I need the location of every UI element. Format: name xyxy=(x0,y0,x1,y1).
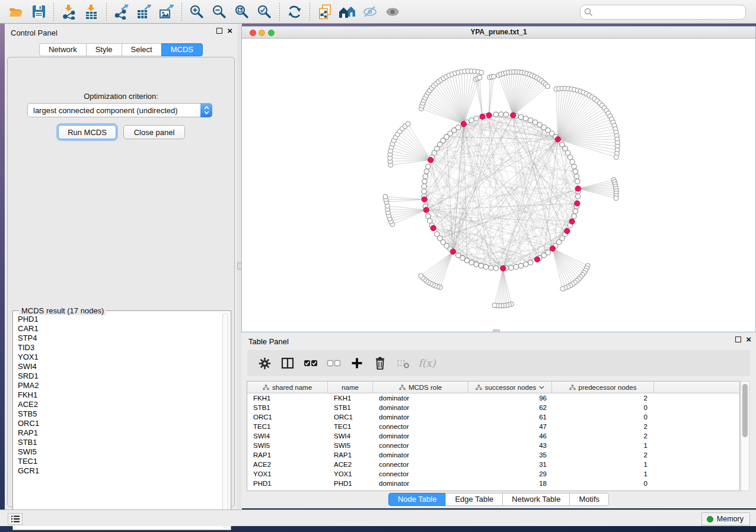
table-row[interactable]: PHD1PHD1dominator180 xyxy=(247,479,739,488)
ring-node[interactable] xyxy=(483,264,488,269)
search-field[interactable] xyxy=(580,5,746,20)
zoom-in-button[interactable] xyxy=(186,2,208,22)
ring-node[interactable] xyxy=(426,214,430,219)
ring-node[interactable] xyxy=(426,164,430,169)
column-header-name[interactable]: name xyxy=(328,382,373,393)
tab-mcds[interactable]: MCDS xyxy=(161,43,203,56)
mcds-hub-node[interactable] xyxy=(450,249,455,254)
ring-node[interactable] xyxy=(422,179,427,184)
leaf-node[interactable] xyxy=(406,121,410,126)
result-node-item[interactable]: RAP1 xyxy=(14,428,222,438)
mcds-hub-node[interactable] xyxy=(575,186,580,191)
ring-node[interactable] xyxy=(422,189,426,194)
table-row[interactable]: STB1STB1dominator620 xyxy=(247,403,739,412)
result-node-item[interactable]: TEC1 xyxy=(14,457,222,466)
maximize-view-icon[interactable] xyxy=(268,30,275,36)
ring-node[interactable] xyxy=(570,159,575,164)
table-row[interactable]: ORC1ORC1dominator610 xyxy=(247,412,739,422)
save-session-button[interactable] xyxy=(27,2,50,22)
column-header-shared-name[interactable]: shared name xyxy=(247,382,328,393)
mcds-hub-node[interactable] xyxy=(575,201,580,206)
mcds-hub-node[interactable] xyxy=(486,113,492,118)
mcds-hub-node[interactable] xyxy=(423,207,429,213)
ring-node[interactable] xyxy=(456,253,461,258)
table-row[interactable]: YOX1YOX1connector291 xyxy=(247,469,739,479)
result-node-item[interactable]: ACE2 xyxy=(14,400,222,409)
scrollbar-thumb[interactable] xyxy=(742,384,748,437)
horizontal-splitter-grip[interactable] xyxy=(493,329,500,332)
ring-node[interactable] xyxy=(493,112,498,117)
tab-select[interactable]: Select xyxy=(122,43,162,56)
leaf-node[interactable] xyxy=(383,194,388,199)
refresh-layout-button[interactable] xyxy=(283,2,306,22)
result-node-item[interactable]: FKH1 xyxy=(14,390,222,400)
result-node-item[interactable]: STB5 xyxy=(14,409,222,419)
show-all-button[interactable] xyxy=(381,2,404,22)
mcds-hub-node[interactable] xyxy=(461,121,466,127)
result-node-item[interactable]: SWI4 xyxy=(14,362,222,371)
ring-node[interactable] xyxy=(513,264,518,269)
zoom-out-button[interactable] xyxy=(208,2,231,22)
tab-motifs[interactable]: Motifs xyxy=(569,493,609,506)
table-row[interactable]: SWI4SWI4dominator462 xyxy=(247,431,739,441)
float-table-panel-button[interactable] xyxy=(735,336,741,342)
result-node-item[interactable]: PMA2 xyxy=(14,381,222,390)
mcds-hub-node[interactable] xyxy=(511,113,516,118)
delete-column-button[interactable] xyxy=(372,355,388,371)
leaf-node[interactable] xyxy=(614,155,618,159)
result-node-item[interactable]: ORC1 xyxy=(14,419,222,428)
minimize-view-icon[interactable] xyxy=(259,30,265,36)
import-network-button[interactable] xyxy=(58,2,80,22)
table-row[interactable]: TEC1TEC1connector472 xyxy=(247,422,739,431)
network-canvas[interactable] xyxy=(242,39,755,332)
ring-node[interactable] xyxy=(424,169,429,174)
ring-node[interactable] xyxy=(435,232,439,236)
mcds-hub-node[interactable] xyxy=(550,246,555,251)
table-row[interactable]: RAP1RAP1dominator352 xyxy=(247,450,739,460)
column-header-predecessor-nodes[interactable]: predecessor nodes xyxy=(552,382,654,393)
function-builder-button[interactable]: f(x) xyxy=(419,355,434,371)
column-header-MCDS-role[interactable]: MCDS role xyxy=(373,382,468,393)
delete-table-button[interactable] xyxy=(395,355,411,371)
run-mcds-button[interactable]: Run MCDS xyxy=(58,125,116,139)
leaf-node[interactable] xyxy=(492,303,497,307)
table-scrollbar[interactable] xyxy=(741,381,749,491)
ring-node[interactable] xyxy=(528,260,533,265)
ring-node[interactable] xyxy=(573,169,578,174)
result-node-item[interactable]: YOX1 xyxy=(14,352,222,362)
hide-selected-button[interactable] xyxy=(359,2,381,22)
result-node-item[interactable]: PHD1 xyxy=(14,315,222,324)
create-column-button[interactable] xyxy=(349,355,365,371)
result-node-item[interactable]: GCR1 xyxy=(14,466,222,476)
result-node-item[interactable]: CAR1 xyxy=(14,324,222,334)
mcds-hub-node[interactable] xyxy=(534,257,540,262)
export-image-button[interactable] xyxy=(155,2,178,22)
ring-node[interactable] xyxy=(574,174,579,178)
leaf-node[interactable] xyxy=(492,74,496,79)
close-panel-x-button[interactable]: × xyxy=(227,28,232,34)
tab-edge-table[interactable]: Edge Table xyxy=(445,493,503,506)
ring-node[interactable] xyxy=(489,265,493,270)
leaf-node[interactable] xyxy=(560,287,565,291)
close-panel-button[interactable]: Close panel xyxy=(123,125,185,139)
ring-node[interactable] xyxy=(422,184,426,188)
result-node-item[interactable]: STP4 xyxy=(14,334,222,343)
import-table-button[interactable] xyxy=(80,2,103,22)
deselect-all-rows-button[interactable] xyxy=(326,355,342,371)
memory-button[interactable]: Memory xyxy=(701,512,750,525)
ring-node[interactable] xyxy=(573,209,578,213)
ring-node[interactable] xyxy=(575,179,580,184)
table-row[interactable]: FKH1FKH1dominator962 xyxy=(247,393,739,403)
column-header-successor-nodes[interactable]: successor nodes xyxy=(468,382,552,393)
table-row[interactable]: ACE2ACE2connector311 xyxy=(247,460,739,469)
mcds-hub-node[interactable] xyxy=(569,219,575,224)
ring-node[interactable] xyxy=(503,112,508,117)
ring-node[interactable] xyxy=(423,174,428,178)
close-table-panel-button[interactable]: × xyxy=(746,336,751,342)
ring-node[interactable] xyxy=(572,214,576,219)
mcds-hub-node[interactable] xyxy=(564,228,570,233)
search-input[interactable] xyxy=(580,5,746,20)
mcds-hub-node[interactable] xyxy=(422,197,427,202)
table-row[interactable]: SWI5SWI5connector431 xyxy=(247,441,739,450)
open-file-button[interactable] xyxy=(5,2,27,22)
